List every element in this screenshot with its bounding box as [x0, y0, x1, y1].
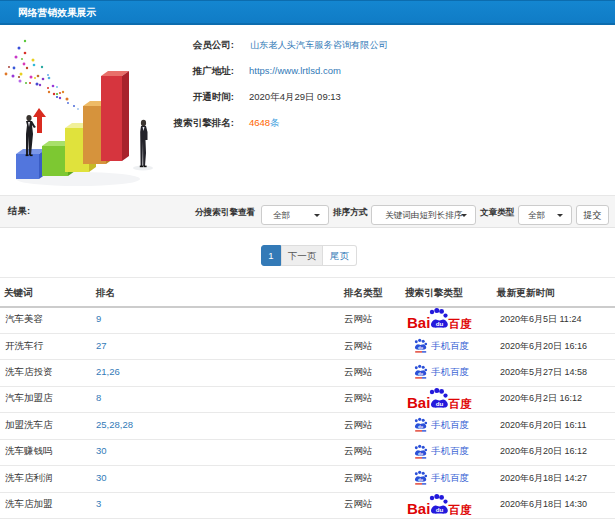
svg-text:du: du	[418, 345, 424, 350]
svg-text:百度: 百度	[448, 503, 473, 516]
svg-text:du: du	[418, 451, 424, 456]
svg-text:百度: 百度	[448, 317, 473, 330]
svg-text:du: du	[418, 371, 424, 376]
svg-text:Bai: Bai	[407, 314, 430, 330]
svg-text:百度: 百度	[448, 397, 473, 410]
svg-text:du: du	[418, 424, 424, 429]
svg-text:du: du	[436, 400, 444, 407]
svg-text:du: du	[436, 506, 444, 513]
svg-text:du: du	[436, 320, 444, 327]
svg-text:du: du	[418, 477, 424, 482]
svg-text:Bai: Bai	[407, 500, 430, 516]
svg-text:Bai: Bai	[407, 394, 430, 410]
